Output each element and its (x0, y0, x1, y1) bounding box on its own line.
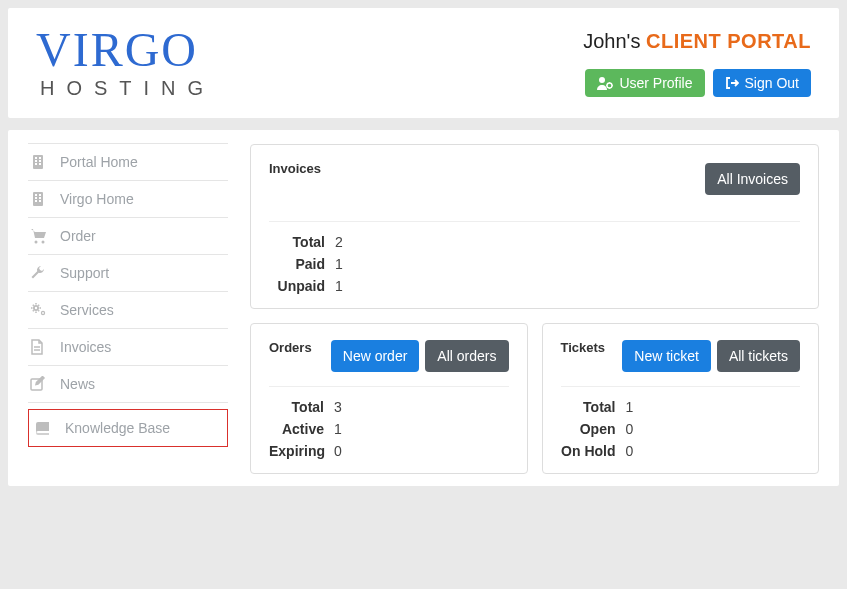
divider (269, 221, 800, 222)
svg-rect-13 (39, 197, 41, 199)
user-profile-button[interactable]: User Profile (585, 69, 704, 97)
divider (561, 386, 801, 387)
invoices-card: Invoices All Invoices Total 2 Paid 1 Unp… (250, 144, 819, 309)
all-invoices-button[interactable]: All Invoices (705, 163, 800, 195)
sidebar-item-news[interactable]: News (28, 365, 228, 403)
orders-card: Orders New order All orders Total 3 Acti… (250, 323, 528, 474)
stat-value: 0 (626, 443, 634, 459)
header-buttons: User Profile Sign Out (583, 69, 811, 97)
stat-value: 1 (335, 278, 343, 294)
tickets-card: Tickets New ticket All tickets Total 1 O… (542, 323, 820, 474)
all-tickets-button[interactable]: All tickets (717, 340, 800, 372)
sidebar-item-label: Support (60, 265, 109, 281)
stat-value: 0 (626, 421, 634, 437)
sidebar-item-order[interactable]: Order (28, 217, 228, 255)
cart-icon (30, 228, 48, 244)
invoices-title: Invoices (269, 161, 321, 176)
svg-point-17 (42, 241, 45, 244)
stat-row: Active 1 (269, 421, 509, 437)
user-profile-label: User Profile (619, 75, 692, 91)
svg-point-0 (599, 77, 605, 83)
stat-value: 2 (335, 234, 343, 250)
svg-rect-14 (35, 200, 37, 202)
svg-point-19 (35, 307, 37, 309)
sidebar-item-services[interactable]: Services (28, 291, 228, 329)
svg-rect-5 (35, 160, 37, 162)
stat-label: Active (269, 421, 324, 437)
stat-label: Paid (269, 256, 325, 272)
stat-value: 3 (334, 399, 342, 415)
card-actions: New ticket All tickets (622, 340, 800, 372)
stat-row: Total 2 (269, 234, 800, 250)
sidebar-item-invoices[interactable]: Invoices (28, 328, 228, 366)
stat-row: Expiring 0 (269, 443, 509, 459)
user-gear-icon (597, 76, 613, 90)
sign-out-button[interactable]: Sign Out (713, 69, 811, 97)
all-orders-button[interactable]: All orders (425, 340, 508, 372)
card-header: Orders New order All orders (269, 340, 509, 372)
svg-rect-7 (35, 163, 37, 165)
header: VIRGO HOSTING John's CLIENT PORTAL User … (8, 8, 839, 118)
sign-out-label: Sign Out (745, 75, 799, 91)
stat-row: Open 0 (561, 421, 801, 437)
building-icon (30, 191, 48, 207)
building-icon (30, 154, 48, 170)
stat-value: 1 (335, 256, 343, 272)
stat-row: Total 1 (561, 399, 801, 415)
portal-title: John's CLIENT PORTAL (583, 30, 811, 53)
svg-rect-15 (39, 200, 41, 202)
svg-point-16 (35, 241, 38, 244)
sidebar: Portal Home Virgo Home Order Support Ser (28, 144, 228, 474)
stat-label: Total (561, 399, 616, 415)
svg-rect-9 (33, 192, 43, 206)
sign-out-icon (725, 76, 739, 90)
file-icon (30, 339, 48, 355)
header-right: John's CLIENT PORTAL User Profile Sign O… (583, 28, 811, 97)
sidebar-item-support[interactable]: Support (28, 254, 228, 292)
stat-label: Total (269, 234, 325, 250)
sidebar-item-virgo-home[interactable]: Virgo Home (28, 180, 228, 218)
row2: Orders New order All orders Total 3 Acti… (250, 323, 819, 474)
stat-row: Total 3 (269, 399, 509, 415)
book-icon (35, 420, 53, 436)
body: Portal Home Virgo Home Order Support Ser (8, 130, 839, 486)
card-header: Invoices All Invoices (269, 161, 800, 207)
svg-rect-4 (39, 157, 41, 159)
logo-line1: VIRGO (36, 28, 215, 71)
stat-label: On Hold (561, 443, 616, 459)
stat-label: Unpaid (269, 278, 325, 294)
edit-icon (30, 376, 48, 392)
logo-line2: HOSTING (40, 77, 215, 100)
sidebar-item-label: Invoices (60, 339, 111, 355)
orders-title: Orders (269, 340, 312, 355)
sidebar-item-label: Order (60, 228, 96, 244)
svg-rect-3 (35, 157, 37, 159)
sidebar-item-portal-home[interactable]: Portal Home (28, 143, 228, 181)
svg-rect-6 (39, 160, 41, 162)
card-actions: All Invoices (705, 163, 800, 195)
new-order-button[interactable]: New order (331, 340, 420, 372)
new-ticket-button[interactable]: New ticket (622, 340, 711, 372)
stat-value: 0 (334, 443, 342, 459)
gears-icon (30, 302, 48, 318)
sidebar-item-knowledge-base[interactable]: Knowledge Base (28, 409, 228, 447)
stat-label: Expiring (269, 443, 324, 459)
logo[interactable]: VIRGO HOSTING (36, 28, 215, 100)
tickets-stats: Total 1 Open 0 On Hold 0 (561, 399, 801, 459)
svg-rect-12 (35, 197, 37, 199)
divider (269, 386, 509, 387)
stat-row: Paid 1 (269, 256, 800, 272)
svg-rect-8 (39, 163, 41, 165)
orders-stats: Total 3 Active 1 Expiring 0 (269, 399, 509, 459)
stat-row: On Hold 0 (561, 443, 801, 459)
tickets-title: Tickets (561, 340, 606, 355)
svg-rect-11 (39, 194, 41, 196)
portal-title-prefix: John's (583, 30, 646, 52)
sidebar-item-label: Knowledge Base (65, 420, 170, 436)
stat-value: 1 (626, 399, 634, 415)
sidebar-item-label: Virgo Home (60, 191, 134, 207)
card-header: Tickets New ticket All tickets (561, 340, 801, 372)
card-actions: New order All orders (331, 340, 509, 372)
invoices-stats: Total 2 Paid 1 Unpaid 1 (269, 234, 800, 294)
sidebar-item-label: Portal Home (60, 154, 138, 170)
